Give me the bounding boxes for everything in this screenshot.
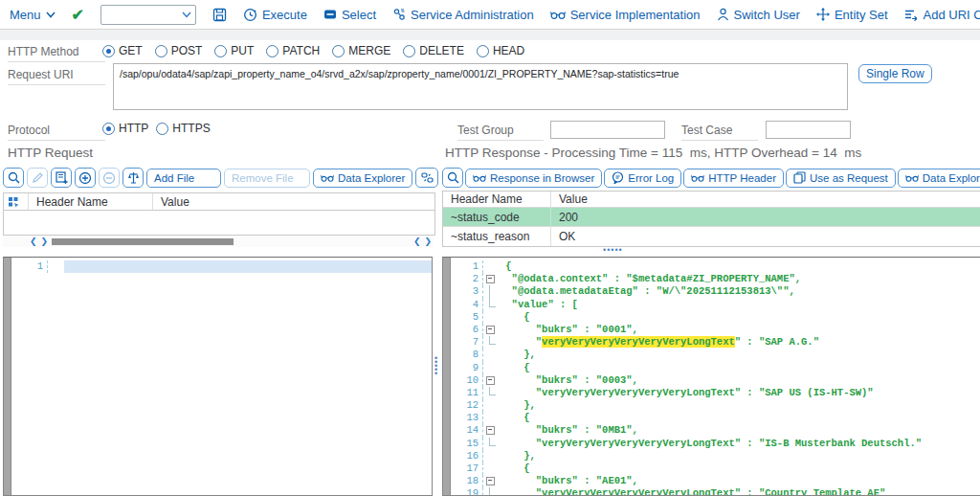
select-icon — [323, 9, 337, 20]
request-body-editor[interactable]: 1 — [3, 257, 433, 496]
fold-marker[interactable] — [483, 324, 500, 336]
select-all-cell[interactable] — [4, 193, 29, 210]
http-method-radio[interactable]: PATCH — [266, 44, 320, 57]
request-table-empty-row[interactable] — [4, 211, 434, 235]
radio-circle-icon — [155, 45, 167, 57]
protocol-radio[interactable]: HTTP — [102, 122, 148, 135]
entity-set-button[interactable]: Entity Set — [816, 8, 888, 22]
fold-marker[interactable] — [483, 387, 500, 399]
preset-combobox-input[interactable] — [101, 7, 178, 23]
response-header-row[interactable]: ~status_reason OK — [443, 227, 980, 246]
fold-marker[interactable] — [483, 349, 500, 361]
line-number: 9 — [451, 362, 483, 374]
http-method-radio[interactable]: MERGE — [332, 44, 390, 57]
error-log-button[interactable]: Error Log — [604, 169, 681, 188]
fold-marker[interactable] — [483, 273, 500, 285]
scroll-right-icon[interactable]: ❯ — [39, 236, 51, 247]
fold-marker[interactable] — [483, 475, 500, 487]
search-hit-highlight: veryVeryVeryVeryVeryVeryLongText — [542, 336, 735, 348]
scroll-thumb[interactable] — [52, 238, 234, 245]
request-uri-label: Request URI — [8, 68, 105, 85]
switch-user-button[interactable]: Switch User — [717, 8, 800, 22]
select-button[interactable]: Select — [323, 8, 376, 22]
preset-combobox[interactable] — [100, 5, 196, 25]
protocol-label: Protocol — [8, 124, 105, 141]
http-method-radio[interactable]: DELETE — [403, 44, 464, 57]
http-method-radio[interactable]: PUT — [214, 44, 254, 57]
fold-marker[interactable] — [483, 412, 500, 424]
code-line: 12 }, — [451, 399, 980, 412]
add-header-button[interactable] — [75, 168, 96, 188]
request-col-header-name: Header Name — [29, 193, 153, 210]
http-method-label: HTTP Method — [8, 45, 105, 62]
unlink-button[interactable] — [415, 168, 438, 188]
service-implementation-button[interactable]: Service Implementation — [550, 8, 701, 22]
remove-file-button[interactable]: Remove File — [224, 169, 310, 188]
add-uri-option-button[interactable]: Add URI Option — [904, 8, 980, 22]
line-number: 14 — [451, 424, 483, 437]
fold-marker[interactable] — [483, 487, 500, 495]
response-header-row[interactable]: ~status_code 200 — [443, 208, 980, 227]
line-number: 18 — [451, 475, 483, 487]
response-headers-table: Header Name Value ~status_code 200 ~stat… — [442, 191, 980, 247]
radio-label: HTTPS — [172, 122, 210, 135]
fold-marker[interactable] — [483, 285, 500, 298]
vertical-splitter-handle[interactable]: ••••• — [434, 356, 440, 375]
protocol-radio[interactable]: HTTPS — [156, 122, 210, 135]
speech-bubble-icon — [612, 171, 624, 184]
fold-marker[interactable] — [48, 260, 64, 273]
response-in-browser-button[interactable]: Response in Browser — [465, 169, 602, 188]
scroll-right-icon[interactable]: ❯ — [422, 236, 434, 247]
horizontal-splitter-handle[interactable]: ••••• — [603, 247, 623, 253]
fold-marker[interactable] — [483, 260, 500, 273]
line-number: 1 — [11, 260, 48, 273]
fold-marker[interactable] — [483, 462, 500, 475]
radio-label: DELETE — [419, 44, 464, 57]
edit-button[interactable] — [27, 168, 48, 188]
save-button[interactable] — [212, 8, 227, 22]
glasses-icon — [473, 172, 486, 183]
request-uri-input[interactable] — [113, 63, 848, 110]
http-method-radio[interactable]: HEAD — [477, 44, 524, 57]
format-button[interactable] — [122, 168, 144, 188]
response-toolbar: Response in Browser Error Log HTTP Heade… — [442, 168, 980, 188]
use-as-request-button[interactable]: Use as Request — [786, 169, 896, 188]
add-file-button[interactable]: Add File — [146, 169, 221, 188]
editor-margin-strip — [4, 258, 11, 495]
test-group-input[interactable] — [550, 121, 665, 139]
fold-marker[interactable] — [483, 399, 500, 412]
fold-marker[interactable] — [483, 374, 500, 387]
insert-row-button[interactable] — [51, 168, 72, 188]
remove-header-button[interactable] — [99, 168, 120, 188]
http-method-radio[interactable]: POST — [155, 44, 203, 57]
http-method-radio[interactable]: GET — [102, 44, 143, 57]
request-data-explorer-button[interactable]: Data Explorer — [313, 169, 412, 188]
protocol-radio-group: HTTP HTTPS — [102, 122, 211, 135]
fold-marker[interactable] — [483, 336, 500, 349]
service-administration-button[interactable]: Service Administration — [392, 8, 534, 22]
fold-marker[interactable] — [483, 362, 500, 374]
http-header-button[interactable]: HTTP Header — [683, 169, 784, 188]
fold-marker[interactable] — [483, 311, 500, 324]
request-editor-lines[interactable]: 1 — [11, 258, 432, 495]
single-row-button[interactable]: Single Row — [858, 64, 932, 83]
response-data-explorer-button[interactable]: Data Explorer — [898, 169, 980, 188]
fold-marker[interactable] — [483, 299, 500, 311]
fold-marker[interactable] — [483, 438, 500, 450]
fold-marker[interactable] — [483, 450, 500, 462]
test-case-input[interactable] — [766, 121, 851, 139]
scroll-left-icon[interactable]: ❮ — [28, 236, 39, 247]
code-line: 10 "bukrs" : "0003", — [451, 374, 980, 387]
response-body-editor[interactable]: 1 { 2 "@odata.context" : "$metadata#ZI_P… — [442, 257, 980, 496]
fold-marker[interactable] — [483, 424, 500, 437]
service-administration-label: Service Administration — [411, 8, 534, 22]
line-number: 15 — [451, 438, 483, 450]
error-log-label: Error Log — [628, 172, 674, 184]
zoom-button[interactable] — [3, 168, 24, 188]
scroll-left-icon[interactable]: ❮ — [412, 236, 423, 247]
zoom-button[interactable] — [442, 168, 463, 188]
menu-button[interactable]: Menu — [10, 8, 56, 22]
check-icon: ✔ — [72, 6, 84, 24]
response-editor-lines[interactable]: 1 { 2 "@odata.context" : "$metadata#ZI_P… — [451, 258, 980, 495]
execute-button[interactable]: Execute — [243, 8, 307, 22]
